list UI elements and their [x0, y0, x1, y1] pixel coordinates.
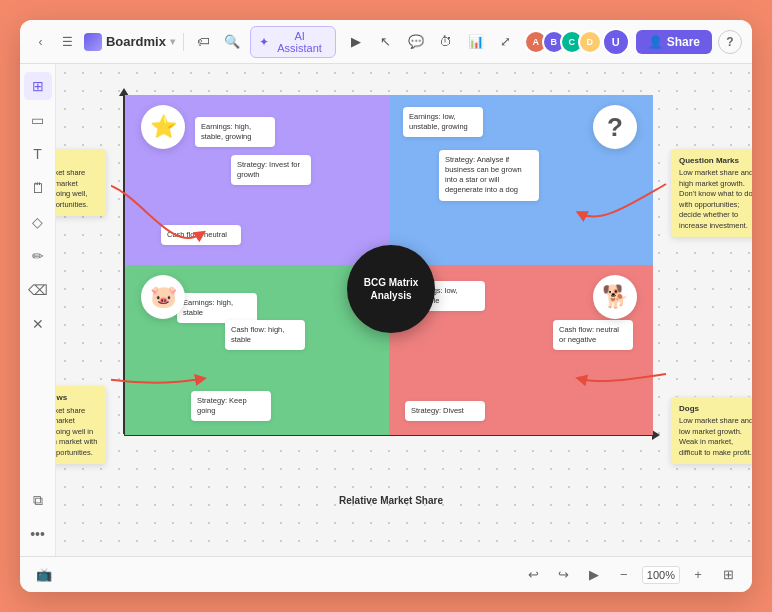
questions-sticky-2: Strategy: Analyse if business can be gro…: [439, 150, 539, 201]
bottom-right: ↩ ↪ ▶ − 100% + ⊞: [522, 563, 740, 587]
app-window: ‹ ☰ Boardmix ▾ 🏷 🔍 ✦ AI Assistant ▶ ↖ 💬 …: [20, 20, 752, 592]
grid-toggle-button[interactable]: ⊞: [716, 563, 740, 587]
cows-sticky-1: Earnings: high, stable: [177, 293, 257, 323]
dogs-sticky-3: Strategy: Divest: [405, 401, 485, 421]
bcg-center-title: BCG Matrix: [364, 276, 418, 289]
avatars: A B C D: [524, 30, 602, 54]
ai-label: AI Assistant: [273, 30, 327, 54]
titlebar: ‹ ☰ Boardmix ▾ 🏷 🔍 ✦ AI Assistant ▶ ↖ 💬 …: [20, 20, 752, 64]
x-axis-label: Relative Market Share: [339, 495, 443, 506]
dogs-icon: 🐕: [593, 275, 637, 319]
play-icon[interactable]: ▶: [344, 30, 368, 54]
ext-questions-text: Low market share and high market growth.…: [679, 168, 752, 231]
ext-stars-title: Stars: [56, 155, 98, 166]
chart-icon[interactable]: 📊: [464, 30, 488, 54]
sidebar-btn-cross[interactable]: ✕: [24, 310, 52, 338]
questions-sticky-1-text: Earnings: low, unstable, growing: [409, 112, 468, 131]
brand-name: Boardmix: [106, 34, 166, 49]
tag-icon[interactable]: 🏷: [192, 30, 215, 54]
sidebar-btn-text[interactable]: T: [24, 140, 52, 168]
zoom-out-button[interactable]: −: [612, 563, 636, 587]
left-sidebar: ⊞ ▭ T 🗒 ◇ ✏ ⌫ ✕ ⧉ •••: [20, 64, 56, 556]
help-button[interactable]: ?: [718, 30, 742, 54]
cursor-icon[interactable]: ↖: [374, 30, 398, 54]
sidebar-btn-pen[interactable]: ✏: [24, 242, 52, 270]
ext-note-stars: Stars High market share and high market …: [56, 149, 106, 216]
clock-icon[interactable]: ⏱: [434, 30, 458, 54]
dogs-sticky-2: Cash flow: neutral or negative: [553, 320, 633, 350]
sidebar-btn-sticky[interactable]: 🗒: [24, 174, 52, 202]
avatar-4: D: [578, 30, 602, 54]
sidebar-btn-layers[interactable]: ⧉: [24, 486, 52, 514]
ext-stars-text: High market share and high market growth…: [56, 168, 98, 210]
share-button[interactable]: 👤 Share: [636, 30, 712, 54]
titlebar-right: ▶ ↖ 💬 ⏱ 📊 ⤢ A B C D U 👤 Share ?: [344, 28, 742, 56]
sidebar-btn-shape[interactable]: ◇: [24, 208, 52, 236]
canvas-area[interactable]: Market Growth Rate (%) Relative Market S…: [56, 64, 752, 556]
ai-assistant-button[interactable]: ✦ AI Assistant: [250, 26, 336, 58]
quadrant-stars: ⭐ Earnings: high, stable, growing Strate…: [125, 95, 389, 265]
search-icon[interactable]: 🔍: [221, 30, 244, 54]
dogs-sticky-3-text: Strategy: Divest: [411, 406, 464, 415]
ai-icon: ✦: [259, 35, 269, 49]
sidebar-btn-frame[interactable]: ▭: [24, 106, 52, 134]
bcg-center-subtitle: Analysis: [370, 289, 411, 302]
stars-sticky-2-text: Strategy: Invest for growth: [237, 160, 300, 179]
play-button[interactable]: ▶: [582, 563, 606, 587]
brand-chevron: ▾: [170, 36, 175, 47]
cows-sticky-3: Strategy: Keep going: [191, 391, 271, 421]
stars-icon: ⭐: [141, 105, 185, 149]
cows-sticky-3-text: Strategy: Keep going: [197, 396, 247, 415]
undo-button[interactable]: ↩: [522, 563, 546, 587]
user-avatar: U: [602, 28, 630, 56]
bottom-left: 📺: [32, 563, 56, 587]
expand-icon[interactable]: ⤢: [494, 30, 518, 54]
divider: [183, 33, 184, 51]
redo-button[interactable]: ↪: [552, 563, 576, 587]
ext-cows-text: High market share and low market growth.…: [56, 406, 98, 459]
bottom-bar: 📺 ↩ ↪ ▶ − 100% + ⊞: [20, 556, 752, 592]
main-area: ⊞ ▭ T 🗒 ◇ ✏ ⌫ ✕ ⧉ ••• Market Growth Rate…: [20, 64, 752, 556]
sidebar-btn-eraser[interactable]: ⌫: [24, 276, 52, 304]
stars-sticky-3-text: Cash flow: neutral: [167, 230, 227, 239]
sidebar-btn-grid[interactable]: ⊞: [24, 72, 52, 100]
titlebar-left: ‹ ☰ Boardmix ▾ 🏷 🔍 ✦ AI Assistant: [30, 26, 336, 58]
cows-sticky-1-text: Earnings: high, stable: [183, 298, 233, 317]
presenter-icon[interactable]: 📺: [32, 563, 56, 587]
ext-dogs-text: Low market share and low market growth. …: [679, 416, 752, 458]
ext-note-cows: Cash Cows High market share and low mark…: [56, 386, 106, 464]
menu-button[interactable]: ☰: [57, 31, 78, 53]
stars-sticky-1: Earnings: high, stable, growing: [195, 117, 275, 147]
questions-sticky-2-text: Strategy: Analyse if business can be gro…: [445, 155, 522, 194]
ext-note-dogs: Dogs Low market share and low market gro…: [671, 397, 752, 464]
stars-sticky-1-text: Earnings: high, stable, growing: [201, 122, 251, 141]
ext-note-questions: Question Marks Low market share and high…: [671, 149, 752, 237]
ext-cows-title: Cash Cows: [56, 392, 98, 403]
cows-sticky-2-text: Cash flow: high, stable: [231, 325, 284, 344]
questions-sticky-1: Earnings: low, unstable, growing: [403, 107, 483, 137]
cows-icon: 🐷: [141, 275, 185, 319]
questions-icon: ?: [593, 105, 637, 149]
dogs-sticky-2-text: Cash flow: neutral or negative: [559, 325, 619, 344]
ext-questions-title: Question Marks: [679, 155, 752, 166]
comment-icon[interactable]: 💬: [404, 30, 428, 54]
zoom-in-button[interactable]: +: [686, 563, 710, 587]
share-icon: 👤: [648, 35, 663, 49]
share-label: Share: [667, 35, 700, 49]
ext-dogs-title: Dogs: [679, 403, 752, 414]
brand-logo: Boardmix ▾: [84, 33, 175, 51]
sidebar-btn-more[interactable]: •••: [24, 520, 52, 548]
stars-sticky-3: Cash flow: neutral: [161, 225, 241, 245]
bcg-matrix: Market Growth Rate (%) Relative Market S…: [111, 94, 671, 484]
back-button[interactable]: ‹: [30, 31, 51, 53]
bcg-center-circle: BCG Matrix Analysis: [347, 245, 435, 333]
cows-sticky-2: Cash flow: high, stable: [225, 320, 305, 350]
quadrant-questions: ? Earnings: low, unstable, growing Strat…: [389, 95, 653, 265]
brand-icon: [84, 33, 102, 51]
zoom-level[interactable]: 100%: [642, 566, 680, 584]
stars-sticky-2: Strategy: Invest for growth: [231, 155, 311, 185]
